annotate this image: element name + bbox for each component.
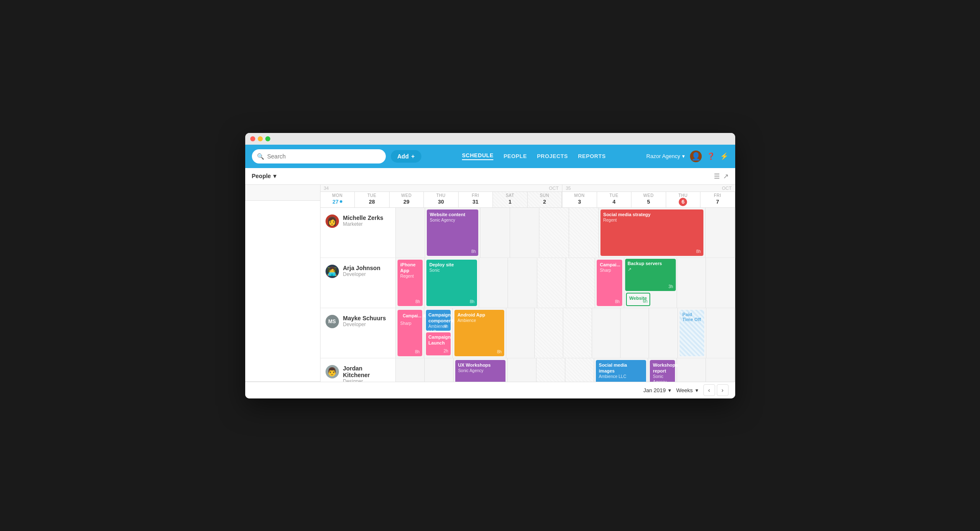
task-iphone-app[interactable]: iPhone App Regent 8h: [398, 260, 423, 306]
task-website-outline[interactable]: Website 6h: [626, 293, 650, 306]
arja-sat: [537, 258, 566, 308]
mayke-day-3: [592, 308, 621, 358]
jordan-sat: [536, 358, 565, 382]
jordan-workshops-report[interactable]: Workshops report Sonic Agency 4h: [648, 358, 677, 382]
arja-iphone-app[interactable]: iPhone App Regent 8h: [396, 258, 425, 308]
day-header-2: SUN 2: [528, 192, 562, 207]
michelle-day-7: [705, 208, 735, 258]
search-input[interactable]: [267, 153, 381, 160]
avatar-jordan: 👨: [326, 365, 339, 378]
person-name-arja: Arja Johnson: [343, 265, 380, 271]
task-campaign-components[interactable]: Campaign components Ambience LLC 4h: [426, 310, 451, 331]
person-name-michelle: Michelle Zerks: [343, 214, 384, 221]
person-role-mayke: Developer: [343, 322, 386, 327]
list-icon[interactable]: ☰: [714, 172, 720, 180]
task-paid-time-off[interactable]: Paid Time Off: [680, 310, 704, 356]
avatar-mayke: MS: [326, 315, 339, 328]
avatar-michelle: 👩: [326, 214, 339, 228]
add-button[interactable]: Add +: [391, 150, 421, 163]
day-header-28: TUE 28: [355, 192, 390, 207]
people-selector[interactable]: People ▾: [252, 173, 277, 179]
michelle-day-cells: Website content Sonic Agency 8h: [396, 208, 735, 258]
date-selector[interactable]: Jan 2019 ▾: [644, 387, 672, 393]
close-button[interactable]: [250, 136, 255, 141]
nav-reports[interactable]: REPORTS: [578, 153, 605, 159]
arja-campai[interactable]: Campai... Sharp 8h: [595, 258, 624, 308]
arja-website-outline-cell[interactable]: Website 6h: [625, 292, 651, 307]
bolt-icon[interactable]: ⚡: [720, 152, 729, 160]
task-backup-servers[interactable]: Backup servers ↗ 3h: [625, 259, 676, 291]
export-icon[interactable]: ↗: [723, 172, 729, 180]
person-role-jordan: Designer: [343, 378, 390, 382]
minimize-button[interactable]: [258, 136, 263, 141]
task-android-app[interactable]: Android App Ambience 8h: [454, 310, 504, 356]
avatar-arja: 👩‍💻: [326, 265, 339, 278]
next-arrow[interactable]: ›: [717, 384, 729, 396]
person-info-michelle: 👩 Michelle Zerks Marketer: [321, 208, 396, 258]
jordan-day-6: [677, 358, 706, 382]
day-header-27: MON 27: [321, 192, 355, 207]
search-box[interactable]: 🔍: [252, 149, 386, 163]
mayke-day-31: [506, 308, 535, 358]
prev-arrow[interactable]: ‹: [703, 384, 715, 396]
jordan-day-27: [396, 358, 425, 382]
nav-people[interactable]: PEOPLE: [503, 153, 527, 159]
week-35-oct: OCT: [722, 186, 731, 191]
week-35-num: 35: [566, 186, 571, 191]
mayke-day-4: [621, 308, 649, 358]
mayke-paid-time-off[interactable]: Paid Time Off: [678, 308, 706, 358]
day-header-29: WED 29: [390, 192, 424, 207]
task-campaign-launch[interactable]: Campaign Launch 2h: [426, 332, 451, 355]
user-avatar[interactable]: 👤: [690, 151, 702, 162]
mayke-day-5: [649, 308, 677, 358]
person-row-arja: 👩‍💻 Arja Johnson Developer iPh: [321, 258, 735, 308]
task-deploy-site[interactable]: Deploy site Sonic 8h: [426, 260, 477, 306]
arja-sun: [566, 258, 595, 308]
mayke-day-cells: Campai... ⚙ Sharp 8h Campaign components: [396, 308, 735, 358]
task-campai-chip[interactable]: Campai... ⚙ Sharp 8h: [398, 310, 422, 356]
mayke-day-28: Campaign components Ambience LLC 4h Camp…: [424, 308, 453, 358]
people-column-header: [245, 185, 321, 382]
maximize-button[interactable]: [265, 136, 270, 141]
arja-deploy-site[interactable]: Deploy site Sonic 8h: [425, 258, 479, 308]
task-social-media-images[interactable]: Social media images Ambience LLC 8h: [596, 360, 646, 382]
arja-day-5-empty: [651, 292, 675, 307]
person-role-michelle: Marketer: [343, 221, 384, 227]
people-label: People: [252, 173, 271, 179]
nav-schedule[interactable]: SCHEDULE: [462, 152, 494, 160]
day-header-6: THU 6: [666, 192, 701, 207]
view-selector[interactable]: Weeks ▾: [676, 387, 698, 393]
org-selector[interactable]: Razor Agency ▾: [646, 153, 685, 159]
task-campai-sharp[interactable]: Campai... Sharp 8h: [597, 260, 622, 306]
day-header-4: TUE 4: [597, 192, 632, 207]
schedule-area: People ▾ ☰ ↗ 34: [245, 168, 735, 398]
arja-day-4-5: Backup servers ↗ 3h Website 6: [624, 258, 677, 308]
task-website-content[interactable]: Website content Sonic Agency 8h: [427, 209, 478, 256]
task-social-media[interactable]: Social media strategy Regent 8h: [600, 209, 703, 256]
michelle-website-content[interactable]: Website content Sonic Agency 8h: [425, 208, 480, 258]
person-row-michelle: 👩 Michelle Zerks Marketer: [321, 208, 735, 258]
nav-projects[interactable]: PROJECTS: [537, 153, 568, 159]
person-info-mayke: MS Mayke Schuurs Developer: [321, 308, 396, 358]
mayke-android-app[interactable]: Android App Ambience 8h: [453, 308, 506, 358]
top-bar: 🔍 Add + SCHEDULE PEOPLE PROJECTS REPORTS…: [245, 145, 735, 168]
task-workshops-report[interactable]: Workshops report Sonic Agency 4h: [650, 360, 675, 382]
jordan-ux-workshops[interactable]: UX Workshops Sonic Agency 8h: [454, 358, 508, 382]
help-icon[interactable]: ❓: [707, 152, 715, 160]
person-details-jordan: Jordan Kitchener Designer: [343, 365, 390, 382]
jordan-day-cells: UX Workshops Sonic Agency 8h: [396, 358, 735, 382]
day-header-31: FRI 31: [459, 192, 493, 207]
person-details-mayke: Mayke Schuurs Developer: [343, 315, 386, 327]
calendar-grid: 34 OCT MON 27 TUE 28: [321, 185, 735, 382]
day-header-5: WED 5: [631, 192, 666, 207]
jordan-social-media-images[interactable]: Social media images Ambience LLC 8h: [594, 358, 648, 382]
day-header-3: MON 3: [562, 192, 597, 207]
sub-bar: People ▾ ☰ ↗: [245, 168, 735, 185]
task-ux-workshops[interactable]: UX Workshops Sonic Agency 8h: [455, 360, 505, 382]
person-details-arja: Arja Johnson Developer: [343, 265, 380, 277]
jordan-day-31: [508, 358, 536, 382]
person-row-mayke: MS Mayke Schuurs Developer: [321, 308, 735, 358]
mayke-day-27[interactable]: Campai... ⚙ Sharp 8h: [396, 308, 424, 358]
michelle-social-media[interactable]: Social media strategy Regent 8h: [599, 208, 705, 258]
search-icon: 🔍: [257, 153, 264, 160]
